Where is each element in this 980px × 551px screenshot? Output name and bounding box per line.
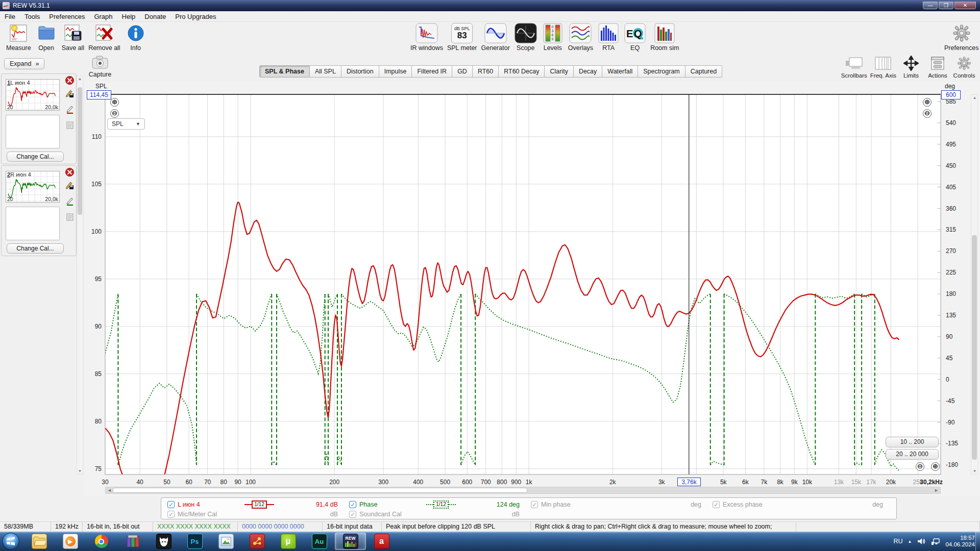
freq-axis-button[interactable]: Freq. Axis	[870, 56, 896, 79]
preferences-button[interactable]: Preferences	[942, 23, 980, 52]
tab-spl-phase[interactable]: SPL & Phase	[259, 65, 310, 78]
scroll-up-icon[interactable]: ▲	[972, 95, 977, 100]
chart-horizontal-scrollbar[interactable]: ◄ ►	[105, 487, 941, 494]
language-indicator[interactable]: RU	[893, 538, 902, 545]
spl-meter-button[interactable]: dB SPL83SPL meter	[445, 23, 479, 52]
remove-measurement-icon[interactable]	[65, 168, 74, 179]
measurement-thumbnail[interactable]: 2R июн 42020,0k	[6, 171, 60, 203]
remove-measurement-icon[interactable]	[65, 76, 74, 87]
show-desktop-button[interactable]	[975, 532, 980, 551]
menu-donate[interactable]: Donate	[140, 12, 170, 21]
tab-clarity[interactable]: Clarity	[545, 65, 573, 78]
l-4-checkbox[interactable]: ✓	[167, 501, 175, 508]
trace-style-swatch[interactable]: 1/12	[241, 500, 278, 509]
room-sim-button[interactable]: Room sim	[648, 23, 681, 52]
measure-button[interactable]: Measure	[4, 23, 33, 52]
taskbar-rew[interactable]: REW	[335, 533, 366, 550]
scroll-right-icon[interactable]: ►	[934, 488, 939, 493]
taskbar-chrome[interactable]	[86, 533, 117, 550]
close-button[interactable]: ✕	[954, 2, 976, 9]
notes-icon[interactable]	[66, 213, 74, 223]
menu-help[interactable]: Help	[117, 12, 140, 21]
remove-all-button[interactable]: Remove all	[86, 23, 122, 52]
info-button[interactable]: Info	[122, 23, 149, 52]
network-icon[interactable]	[931, 537, 940, 545]
clock[interactable]: 18:57 04.06.2024	[945, 535, 975, 548]
right-y-zoom-out-button[interactable]: ⊖	[923, 109, 932, 118]
menu-graph[interactable]: Graph	[89, 12, 117, 21]
change-cal-button[interactable]: Change Cal...	[7, 243, 64, 254]
capture-button[interactable]: Capture	[87, 55, 113, 78]
excess-phase-checkbox[interactable]: ✓	[713, 501, 720, 508]
taskbar-foobar2000[interactable]	[148, 533, 179, 550]
taskbar-winrar[interactable]	[117, 533, 148, 550]
menu-tools[interactable]: Tools	[20, 12, 44, 21]
save-all-button[interactable]: Save all	[60, 23, 86, 52]
tab-rt60-decay[interactable]: RT60 Decay	[499, 65, 545, 78]
taskbar-photoshop[interactable]: Ps	[179, 533, 210, 550]
maximize-button[interactable]: ❐	[939, 2, 953, 9]
taskbar-image-viewer[interactable]	[210, 533, 241, 550]
panel-scrollbar[interactable]: ▲ ▼	[77, 76, 83, 474]
y-axis-mode-dropdown[interactable]: SPL ▼	[107, 118, 145, 130]
measurement-card-1[interactable]: 1L июн 42020,0kChange Cal...	[1, 73, 77, 164]
generator-button[interactable]: Generator	[479, 23, 512, 52]
save-trace-icon[interactable]	[65, 181, 74, 192]
scroll-up-icon[interactable]: ▲	[77, 77, 83, 81]
tab-distortion[interactable]: Distortion	[341, 65, 379, 78]
tab-all-spl[interactable]: All SPL	[310, 65, 341, 78]
y-zoom-in-button[interactable]: ⊕	[110, 98, 119, 107]
chart-area[interactable]: 1101051009590858075585540495450405360315…	[85, 82, 980, 496]
panel-scrollbar-thumb[interactable]	[78, 87, 82, 215]
scroll-down-icon[interactable]: ▼	[972, 469, 977, 473]
horizontal-scrollbar-thumb[interactable]	[113, 488, 527, 493]
measurement-card-2[interactable]: 2R июн 42020,0kChange Cal...	[1, 165, 77, 256]
scrollbars-button[interactable]: Scrollbars	[841, 56, 867, 79]
scroll-left-icon[interactable]: ◄	[107, 488, 112, 493]
vertical-scrollbar-thumb[interactable]	[972, 235, 977, 460]
overlays-button[interactable]: Overlays	[566, 23, 595, 52]
x-zoom-out-button[interactable]: ⊖	[916, 462, 924, 471]
taskbar-utorrent[interactable]: µ	[273, 533, 304, 550]
actions-button[interactable]: Actions	[926, 56, 949, 79]
spl-phase-chart[interactable]: 1101051009590858075585540495450405360315…	[85, 82, 980, 496]
measurement-notes-box[interactable]	[6, 207, 60, 240]
rta-button[interactable]: RTA	[595, 23, 622, 52]
min-phase-checkbox[interactable]: ✓	[531, 501, 538, 508]
right-y-zoom-in-button[interactable]: ⊕	[923, 98, 932, 107]
open-button[interactable]: Open	[33, 23, 60, 52]
y-zoom-out-button[interactable]: ⊖	[110, 109, 119, 118]
taskbar-app-red[interactable]	[241, 533, 273, 550]
tab-gd[interactable]: GD	[452, 65, 473, 78]
chart-vertical-scrollbar[interactable]: ▲ ▼	[971, 94, 978, 474]
tab-decay[interactable]: Decay	[574, 65, 602, 78]
tab-filtered-ir[interactable]: Filtered IR	[412, 65, 452, 78]
notes-icon[interactable]	[66, 121, 74, 132]
trace-color-icon[interactable]	[65, 105, 74, 116]
mic-meter-cal-checkbox[interactable]: ✓	[167, 511, 175, 518]
menu-preferences[interactable]: Preferences	[44, 12, 89, 21]
save-trace-icon[interactable]	[65, 89, 74, 100]
measurement-thumbnail[interactable]: 1L июн 42020,0k	[6, 79, 60, 111]
tab-impulse[interactable]: Impulse	[379, 65, 412, 78]
minimize-button[interactable]: —	[923, 2, 938, 9]
menu-pro-upgrades[interactable]: Pro Upgrades	[170, 12, 220, 21]
volume-icon[interactable]	[917, 537, 926, 545]
controls-button[interactable]: Controls	[952, 56, 976, 79]
tray-expand-icon[interactable]: ▲	[908, 539, 912, 544]
range-20-20000-button[interactable]: 20 .. 20 000	[886, 449, 939, 460]
taskbar-audition[interactable]: Au	[304, 533, 335, 550]
measurement-notes-box[interactable]	[6, 115, 60, 148]
levels-button[interactable]: 0369Levels	[540, 23, 566, 52]
trace-color-icon[interactable]	[65, 197, 74, 208]
taskbar-media-player[interactable]: ▶	[55, 533, 86, 550]
tab-waterfall[interactable]: Waterfall	[602, 65, 638, 78]
range-10-200-button[interactable]: 10 .. 200	[886, 437, 939, 447]
start-button[interactable]	[2, 533, 19, 550]
expand-button[interactable]: Expand »	[4, 58, 44, 69]
menu-file[interactable]: File	[0, 12, 20, 21]
taskbar-amd[interactable]: a	[366, 533, 397, 550]
trace-style-swatch[interactable]: 1/12	[423, 500, 459, 509]
eq-button[interactable]: EQEQ	[622, 23, 648, 52]
soundcard-cal-checkbox[interactable]: ✓	[349, 511, 356, 518]
